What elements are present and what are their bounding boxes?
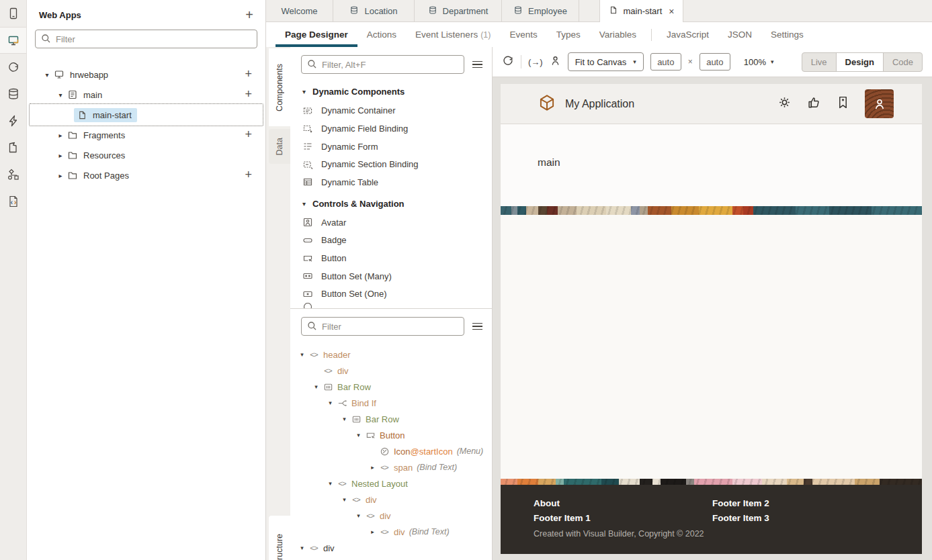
add-fragment-button[interactable]: + (245, 128, 252, 140)
chevron-right-icon[interactable]: ▸ (368, 464, 378, 471)
user-avatar[interactable] (865, 89, 894, 118)
component-dynamic-section-binding[interactable]: Dynamic Section Binding (290, 155, 492, 173)
mode-live-button[interactable]: Live (802, 52, 837, 72)
structure-node-header[interactable]: ▾ <> header (290, 346, 492, 363)
app-header[interactable]: My Application (501, 84, 922, 124)
business-objects-icon[interactable] (0, 81, 26, 107)
components-filter-input[interactable] (301, 55, 464, 74)
chevron-down-icon[interactable]: ▾ (325, 480, 335, 487)
menu-icon[interactable] (472, 323, 482, 330)
structure-node-bar-row[interactable]: ▾ Bar Row (290, 411, 492, 427)
component-button-set-one[interactable]: Button Set (One) (290, 285, 492, 303)
tree-item-fragments[interactable]: ▸ Fragments + (27, 125, 265, 145)
footer-link-item3[interactable]: Footer Item 3 (712, 513, 922, 523)
structure-node-div[interactable]: ▾ <> div (290, 363, 492, 379)
gear-icon[interactable] (777, 95, 792, 112)
chevron-down-icon[interactable]: ▾ (297, 351, 307, 358)
thumbs-up-icon[interactable] (807, 95, 821, 112)
processes-icon[interactable] (0, 54, 26, 81)
web-apps-filter-input[interactable] (35, 30, 257, 48)
components-icon[interactable] (0, 134, 26, 161)
structure-node-nested-layout[interactable]: ▾ <> Nested Layout (290, 475, 492, 492)
add-page-button[interactable]: + (245, 88, 252, 100)
component-dynamic-container[interactable]: Dynamic Container (290, 102, 492, 120)
canvas-height-input[interactable] (700, 53, 730, 71)
structure-node-div[interactable]: ▾ <> div (290, 540, 492, 556)
tab-employee[interactable]: Employee (502, 0, 579, 21)
page-body-area[interactable] (501, 215, 922, 479)
chevron-down-icon[interactable]: ▾ (353, 512, 364, 519)
structure-node-button[interactable]: ▾ Button (290, 427, 492, 443)
source-icon[interactable] (0, 188, 26, 215)
diagram-icon[interactable] (0, 161, 26, 188)
actions-icon[interactable] (0, 107, 26, 134)
design-canvas[interactable]: My Application main (493, 77, 932, 560)
structure-node-bar-row[interactable]: ▾ Bar Row (290, 379, 492, 395)
mobile-apps-icon[interactable] (0, 0, 26, 27)
chevron-right-icon[interactable]: ▸ (368, 528, 378, 535)
chevron-down-icon[interactable]: ▾ (339, 416, 349, 422)
page-content-area[interactable]: main (501, 124, 922, 206)
web-apps-filter[interactable] (35, 30, 257, 48)
mode-design-button[interactable]: Design (836, 52, 884, 72)
structure-node-div[interactable]: ▸ <> div (Bind Text) (290, 524, 492, 540)
tab-types[interactable]: Types (547, 22, 590, 47)
tab-structure[interactable]: Structure (269, 516, 290, 560)
close-icon[interactable]: × (669, 6, 674, 17)
chevron-right-icon[interactable]: ▸ (55, 152, 66, 159)
web-apps-icon[interactable] (0, 27, 26, 54)
tree-item-resources[interactable]: ▸ Resources (27, 145, 265, 165)
tab-data[interactable]: Data (269, 129, 290, 164)
structure-filter[interactable] (301, 317, 464, 336)
section-dynamic-components[interactable]: ▾ Dynamic Components (290, 82, 492, 102)
tree-item-root-pages[interactable]: ▸ Root Pages + (27, 165, 265, 185)
structure-node-span[interactable]: ▸ <> span (Bind Text) (290, 459, 492, 475)
tab-variables[interactable]: Variables (590, 22, 646, 47)
chevron-down-icon[interactable]: ▾ (297, 545, 307, 551)
add-web-app-button[interactable]: + (245, 8, 253, 21)
tree-item-main[interactable]: ▾ main + (27, 85, 265, 105)
tab-events[interactable]: Events (500, 22, 546, 47)
structure-filter-input[interactable] (301, 317, 464, 336)
component-dynamic-table[interactable]: Dynamic Table (290, 173, 492, 191)
chevron-down-icon[interactable]: ▾ (353, 432, 364, 438)
footer-link-about[interactable]: About (534, 498, 712, 508)
tab-components[interactable]: Components (269, 48, 290, 126)
tab-page-designer[interactable]: Page Designer (276, 22, 357, 47)
component-avatar[interactable]: Avatar (290, 214, 492, 232)
add-flow-button[interactable]: + (245, 68, 252, 80)
tab-main-start[interactable]: main-start × (599, 0, 683, 22)
user-persona-icon[interactable] (550, 55, 561, 69)
tab-actions[interactable]: Actions (357, 22, 406, 47)
mode-code-button[interactable]: Code (883, 52, 923, 72)
chevron-right-icon[interactable]: ▸ (55, 132, 66, 139)
tab-event-listeners[interactable]: Event Listeners(1) (406, 22, 500, 47)
live-data-icon[interactable]: (→) (528, 57, 543, 67)
chevron-down-icon[interactable]: ▾ (311, 383, 321, 390)
app-footer[interactable]: About Footer Item 2 Footer Item 1 Footer… (501, 485, 922, 554)
chevron-down-icon[interactable]: ▾ (55, 91, 66, 99)
menu-icon[interactable] (472, 61, 482, 68)
structure-node-icon[interactable]: Icon @startIcon (Menu) (290, 443, 492, 459)
section-controls-navigation[interactable]: ▾ Controls & Navigation (290, 194, 492, 214)
add-root-page-button[interactable]: + (245, 169, 252, 181)
footer-link-item2[interactable]: Footer Item 2 (712, 498, 922, 508)
tab-department[interactable]: Department (415, 0, 502, 21)
app-page-preview[interactable]: My Application main (501, 84, 922, 554)
component-dynamic-field-binding[interactable]: Dynamic Field Binding (290, 120, 492, 138)
chevron-down-icon[interactable]: ▾ (42, 71, 52, 79)
bookmark-add-icon[interactable] (837, 95, 849, 112)
canvas-width-input[interactable] (650, 53, 681, 71)
tab-welcome[interactable]: Welcome (266, 0, 333, 21)
tab-json[interactable]: JSON (718, 22, 761, 47)
structure-node-div[interactable]: ▾ <> div (290, 492, 492, 508)
tab-javascript[interactable]: JavaScript (657, 22, 718, 47)
canvas-size-dropdown[interactable]: Fit to Canvas ▾ (568, 52, 644, 71)
refresh-icon[interactable] (502, 54, 514, 69)
component-dynamic-form[interactable]: Dynamic Form (290, 138, 492, 156)
components-filter[interactable] (301, 55, 464, 74)
chevron-down-icon[interactable]: ▾ (339, 496, 349, 503)
component-badge[interactable]: Badge (290, 232, 492, 250)
tab-location[interactable]: Location (333, 0, 415, 21)
tree-item-hrwebapp[interactable]: ▾ hrwebapp + (27, 64, 265, 85)
